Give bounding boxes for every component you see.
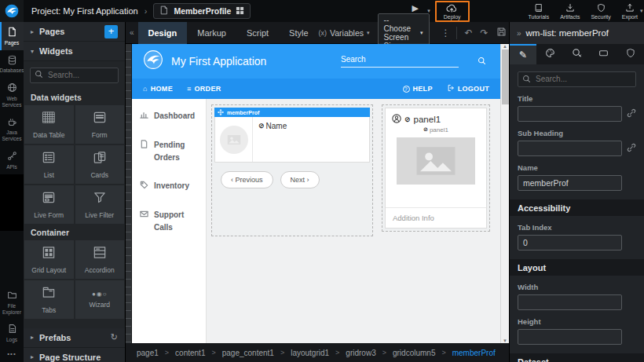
wave-logo-icon: [4, 3, 20, 19]
tab-security[interactable]: [617, 44, 644, 64]
search-icon: [522, 75, 531, 83]
device-icon: [598, 48, 609, 60]
rail-item-file-explorer[interactable]: File Explorer: [0, 285, 24, 319]
breadcrumb-content1[interactable]: content1: [175, 349, 205, 357]
panel1-subtitle-row: ⊘ panel1: [386, 126, 486, 133]
variables-button[interactable]: (x) Variables ▾: [319, 28, 370, 38]
rail-more-button[interactable]: •••: [0, 347, 24, 362]
tab-device[interactable]: [591, 44, 617, 64]
export-button[interactable]: Export: [617, 3, 643, 20]
collapse-left-icon[interactable]: «: [126, 28, 138, 37]
tab-properties[interactable]: ✎: [510, 44, 536, 64]
menu-item-support-calls[interactable]: Support Calls: [140, 209, 198, 234]
menu-item-pending-orders[interactable]: Pending Orders: [140, 139, 198, 164]
rail-item-logs[interactable]: Logs: [0, 319, 24, 347]
previous-button[interactable]: ‹ Previous: [221, 171, 273, 188]
variables-icon: (x): [319, 29, 327, 37]
add-page-button[interactable]: +: [104, 25, 118, 38]
list-item-template[interactable]: ⊘ Name: [214, 117, 370, 163]
widget-tile-live-filter[interactable]: Live Filter: [75, 185, 125, 224]
nav-help[interactable]: ? HELP: [403, 84, 433, 93]
breadcrumb-page-content1[interactable]: page_content1: [222, 349, 274, 357]
pages-section-header[interactable]: ▸ Pages +: [24, 22, 125, 42]
widget-tile-wizard[interactable]: ●◉○ Wizard: [75, 280, 125, 319]
book-icon: [534, 3, 543, 13]
breadcrumb-memberprof[interactable]: memberProf: [452, 349, 496, 357]
title-input[interactable]: [518, 106, 622, 122]
tabindex-input[interactable]: [518, 235, 622, 250]
grid-view-icon[interactable]: [236, 4, 244, 18]
canvas-scrollbar[interactable]: ▲ ▼: [500, 44, 509, 343]
deploy-button[interactable]: Deploy: [438, 3, 467, 20]
breadcrumb-gridcolumn5[interactable]: gridcolumn5: [393, 349, 435, 357]
panel1-header[interactable]: ⊘ panel1: [386, 108, 486, 126]
scroll-up-icon[interactable]: ▲: [503, 44, 507, 49]
bind-link-icon[interactable]: [627, 107, 636, 121]
app-search-field[interactable]: Search: [341, 55, 459, 68]
artifacts-button[interactable]: Artifacts: [554, 3, 585, 20]
cloud-upload-icon: [446, 3, 458, 13]
breadcrumb-gridrow3[interactable]: gridrow3: [346, 349, 375, 357]
app-search-icon[interactable]: [478, 54, 486, 68]
widget-tile-tabs[interactable]: Tabs: [24, 280, 74, 319]
panel1-title: panel1: [414, 115, 441, 124]
save-icon[interactable]: [496, 27, 507, 39]
undo-icon[interactable]: ↶: [465, 27, 473, 38]
tutorials-button[interactable]: Tutorials: [523, 3, 555, 20]
member-list-widget[interactable]: memberProf ⊘ Name: [211, 104, 373, 236]
widget-tile-accordion[interactable]: Accordion: [75, 240, 125, 279]
security-button[interactable]: Security: [585, 3, 616, 20]
tab-script[interactable]: Script: [236, 22, 279, 44]
properties-body: Title Sub Heading Name Accessibility Tab…: [510, 64, 644, 362]
panel1-image-placeholder[interactable]: [397, 137, 475, 185]
bind-link-icon[interactable]: [627, 141, 636, 155]
page-selector[interactable]: MemberProfile: [153, 3, 251, 19]
help-icon: ?: [403, 86, 410, 93]
page-structure-section-header[interactable]: ▸ Page Structure: [24, 348, 125, 362]
prefabs-section-header[interactable]: ▸ Prefabs ↻: [24, 328, 125, 348]
nav-logout[interactable]: LOGOUT: [447, 84, 489, 93]
tab-events[interactable]: [563, 44, 590, 64]
more-options-icon[interactable]: ⋮: [436, 27, 456, 38]
subheading-input[interactable]: [518, 141, 622, 156]
widget-tile-form[interactable]: Form: [75, 105, 125, 144]
menu-item-dashboard[interactable]: Dashboard: [140, 110, 198, 123]
panel1-widget[interactable]: ⊘ panel1 ⊘ panel1: [382, 104, 490, 232]
expand-panel-icon[interactable]: »: [517, 29, 521, 38]
menu-item-inventory[interactable]: Inventory: [140, 180, 198, 193]
rail-item-databases[interactable]: Databases: [0, 50, 24, 79]
properties-search-input[interactable]: [518, 71, 636, 87]
breadcrumb-layoutgrid1[interactable]: layoutgrid1: [291, 349, 329, 357]
rail-item-apis[interactable]: APIs: [0, 146, 24, 174]
wavemaker-logo[interactable]: [0, 0, 24, 22]
scrollbar-thumb[interactable]: [502, 49, 509, 104]
tab-markup[interactable]: Markup: [187, 22, 236, 44]
rail-item-java-services[interactable]: Java Services: [0, 112, 24, 146]
widget-tile-grid-layout[interactable]: Grid Layout: [24, 240, 74, 279]
refresh-icon[interactable]: ↻: [111, 332, 118, 342]
height-input[interactable]: [518, 329, 622, 345]
next-button[interactable]: Next ›: [280, 171, 320, 188]
widgets-section-header[interactable]: ▾ Widgets: [24, 42, 125, 61]
nav-order[interactable]: ≡ ORDER: [187, 85, 221, 93]
tutorials-label: Tutorials: [529, 14, 550, 20]
widget-tile-list[interactable]: List: [24, 145, 74, 184]
move-icon: [218, 109, 224, 116]
nav-home[interactable]: ⌂ HOME: [143, 85, 173, 93]
name-input[interactable]: [518, 175, 622, 191]
member-list-selection-label[interactable]: memberProf: [214, 108, 370, 117]
tab-styles[interactable]: [536, 44, 563, 64]
tab-style[interactable]: Style: [279, 22, 318, 44]
tab-design[interactable]: Design: [138, 22, 188, 44]
widget-tile-data-table[interactable]: Data Table: [24, 105, 74, 144]
logout-icon: [447, 84, 455, 93]
breadcrumb-page1[interactable]: page1: [137, 349, 159, 357]
widget-tile-cards[interactable]: Cards: [75, 145, 125, 184]
width-input[interactable]: [518, 294, 622, 310]
widget-tile-live-form[interactable]: Live Form: [24, 185, 74, 224]
history-actions: ↶ ↷: [456, 27, 514, 39]
rail-filler: [0, 231, 24, 285]
rail-item-pages[interactable]: Pages: [0, 22, 24, 50]
rail-item-web-services[interactable]: Web Services: [0, 78, 24, 112]
redo-icon[interactable]: ↷: [481, 27, 488, 38]
